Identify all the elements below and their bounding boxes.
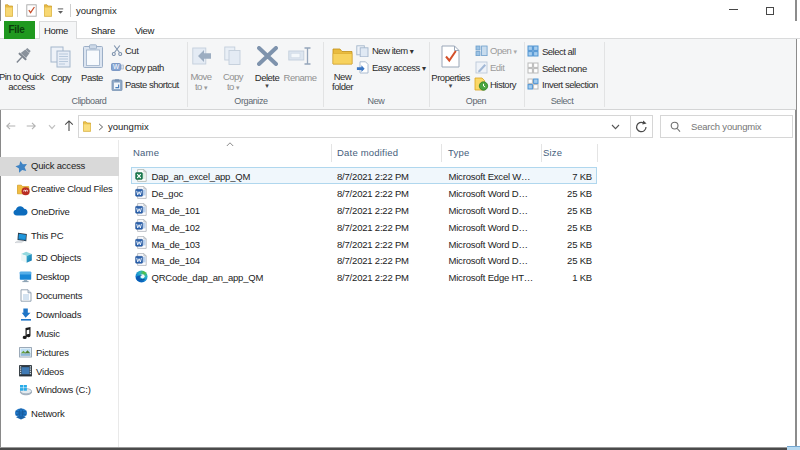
svg-text:W: W xyxy=(113,63,120,70)
